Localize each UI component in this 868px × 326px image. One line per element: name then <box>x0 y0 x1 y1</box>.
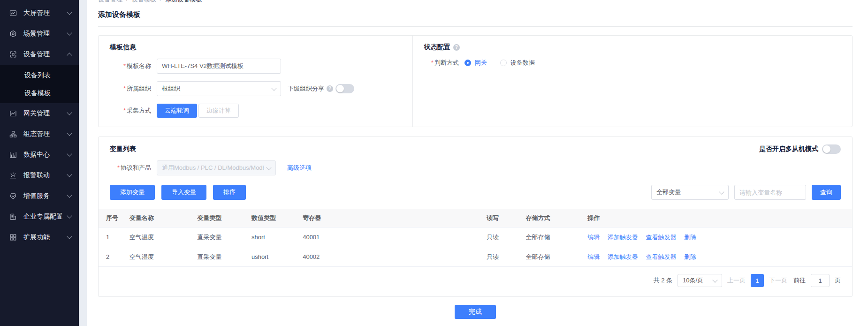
collect-method-row: *采集方式 云端轮询 边缘计算 <box>110 104 401 118</box>
chevron-down-icon <box>271 85 276 91</box>
col-rw: 读写 <box>483 209 522 227</box>
table-header-row: 序号 变量名称 变量类型 数值类型 寄存器 读写 存储方式 操作 <box>99 209 852 227</box>
protocol-select: 通用Modbus / PLC / DL/Modbus/Modbus RT <box>157 160 276 175</box>
organization-row: *所属组织 根组织 下级组织分享 <box>110 81 401 96</box>
advanced-options-link[interactable]: 高级选项 <box>287 164 312 172</box>
organization-label: *所属组织 <box>110 84 151 93</box>
chevron-down-icon <box>67 234 72 239</box>
col-actions: 操作 <box>584 209 852 227</box>
sidebar-item-big-screen[interactable]: 大屏管理 <box>0 3 79 23</box>
breadcrumb: 设备管理 / 设备模板 / 添加设备模板 <box>98 0 853 4</box>
delete-link[interactable]: 删除 <box>684 253 696 260</box>
alarm-icon <box>9 172 17 179</box>
sidebar-submenu-device-list[interactable]: 设备列表 <box>0 66 79 84</box>
footer-bar: 完成 <box>98 297 853 319</box>
col-storage: 存储方式 <box>522 209 584 227</box>
collect-cloud-polling-button[interactable]: 云端轮询 <box>157 104 197 118</box>
sidebar-item-data-center[interactable]: 数据中心 <box>0 144 79 165</box>
sidebar-submenu-device-template[interactable]: 设备模板 <box>0 84 79 102</box>
chevron-down-icon <box>67 192 72 197</box>
goto-label: 前往 <box>793 276 806 285</box>
sidebar-item-configuration[interactable]: 组态管理 <box>0 124 79 144</box>
breadcrumb-item[interactable]: 设备模板 <box>132 0 156 4</box>
sidebar-item-enterprise[interactable]: 企业专属配置 <box>0 206 79 227</box>
sidebar-item-label: 报警联动 <box>23 171 68 180</box>
sidebar-item-value-added[interactable]: 增值服务 <box>0 186 79 206</box>
variable-filter-select[interactable]: 全部变量 <box>651 185 729 200</box>
radio-unselected-icon <box>500 60 507 66</box>
enterprise-icon <box>9 213 17 220</box>
edit-link[interactable]: 编辑 <box>587 234 600 241</box>
col-register: 寄存器 <box>299 209 483 227</box>
status-config-title: 状态配置 <box>424 43 841 52</box>
done-button[interactable]: 完成 <box>455 305 496 319</box>
sidebar-item-device[interactable]: 设备管理 <box>0 44 79 65</box>
goto-page-input[interactable] <box>811 274 830 287</box>
radio-device-data[interactable]: 设备数据 <box>500 59 535 67</box>
multi-slave-label: 是否开启多从机模式 <box>759 145 818 153</box>
sub-org-share-toggle[interactable] <box>335 84 354 93</box>
chevron-down-icon <box>67 30 72 35</box>
judge-method-radio-group: 网关 设备数据 <box>464 59 535 67</box>
sidebar-item-alarm[interactable]: 报警联动 <box>0 165 79 186</box>
pagination: 共 2 条 10条/页 上一页 1 下一页 前往 页 <box>99 267 852 296</box>
variable-list-card: 变量列表 是否开启多从机模式 *协议和产品 通用Modbus / PLC / D… <box>98 136 853 297</box>
col-var-type: 变量类型 <box>193 209 248 227</box>
collect-method-label: *采集方式 <box>110 106 151 115</box>
sidebar-item-gateway[interactable]: 网关管理 <box>0 103 79 124</box>
sidebar-item-label: 扩展功能 <box>23 233 68 242</box>
sidebar-item-label: 组态管理 <box>23 130 68 138</box>
sidebar-item-label: 数据中心 <box>23 151 68 159</box>
big-screen-icon <box>9 9 17 17</box>
multi-slave-mode: 是否开启多从机模式 <box>759 144 841 154</box>
edit-link[interactable]: 编辑 <box>587 253 600 260</box>
help-icon[interactable] <box>453 44 460 51</box>
breadcrumb-item[interactable]: 设备管理 <box>98 0 122 4</box>
template-info-section: 模板信息 *模板名称 *所属组织 根组织 下级组织分享 <box>99 36 413 127</box>
sidebar: 大屏管理 场景管理 设备管理 设备列表 设备模板 网关管理 <box>0 0 79 326</box>
view-trigger-link[interactable]: 查看触发器 <box>646 253 676 260</box>
protocol-row: *协议和产品 通用Modbus / PLC / DL/Modbus/Modbus… <box>110 160 841 175</box>
radio-gateway[interactable]: 网关 <box>464 59 487 67</box>
gateway-icon <box>9 110 17 117</box>
sub-org-share: 下级组织分享 <box>288 84 354 93</box>
delete-link[interactable]: 删除 <box>684 234 696 241</box>
status-config-section: 状态配置 *判断方式 网关 设备数据 <box>413 36 852 127</box>
variable-table: 序号 变量名称 变量类型 数值类型 寄存器 读写 存储方式 操作 1 空气温度 <box>99 209 852 267</box>
template-name-label: *模板名称 <box>110 62 151 70</box>
variable-toolbar: 添加变量 导入变量 排序 全部变量 查询 <box>110 185 841 200</box>
sidebar-item-label: 增值服务 <box>23 192 68 200</box>
prev-page-button[interactable]: 上一页 <box>727 276 746 285</box>
col-index: 序号 <box>99 209 126 227</box>
sort-button[interactable]: 排序 <box>213 185 246 200</box>
chevron-down-icon <box>719 189 724 194</box>
sidebar-item-label: 大屏管理 <box>23 9 68 17</box>
page-size-select[interactable]: 10条/页 <box>678 274 722 287</box>
col-data-type: 数值类型 <box>248 209 299 227</box>
view-trigger-link[interactable]: 查看触发器 <box>646 234 676 241</box>
page-title: 添加设备模板 <box>98 10 853 27</box>
template-name-row: *模板名称 <box>110 59 401 74</box>
row-actions: 编辑 添加触发器 查看触发器 删除 <box>584 227 852 247</box>
data-center-icon <box>9 151 17 159</box>
variable-search-input[interactable] <box>734 185 806 200</box>
import-variable-button[interactable]: 导入变量 <box>161 185 206 200</box>
add-trigger-link[interactable]: 添加触发器 <box>608 234 638 241</box>
sidebar-item-extensions[interactable]: 扩展功能 <box>0 227 79 248</box>
variable-list-header: 变量列表 是否开启多从机模式 <box>110 144 841 154</box>
add-variable-button[interactable]: 添加变量 <box>110 185 155 200</box>
next-page-button[interactable]: 下一页 <box>769 276 787 285</box>
judge-method-row: *判断方式 网关 设备数据 <box>424 59 841 67</box>
table-row: 1 空气温度 直采变量 short 40001 只读 全部存储 编辑 添加触发器… <box>99 227 852 247</box>
multi-slave-toggle[interactable] <box>822 144 841 154</box>
add-trigger-link[interactable]: 添加触发器 <box>608 253 638 260</box>
col-name: 变量名称 <box>126 209 194 227</box>
sidebar-item-scene[interactable]: 场景管理 <box>0 23 79 44</box>
device-icon <box>9 51 17 58</box>
query-button[interactable]: 查询 <box>812 185 841 200</box>
organization-select[interactable]: 根组织 <box>157 81 281 96</box>
collect-edge-computing-button[interactable]: 边缘计算 <box>198 104 239 118</box>
help-icon[interactable] <box>327 85 333 92</box>
template-name-input[interactable] <box>157 59 281 74</box>
current-page-button[interactable]: 1 <box>751 274 764 287</box>
